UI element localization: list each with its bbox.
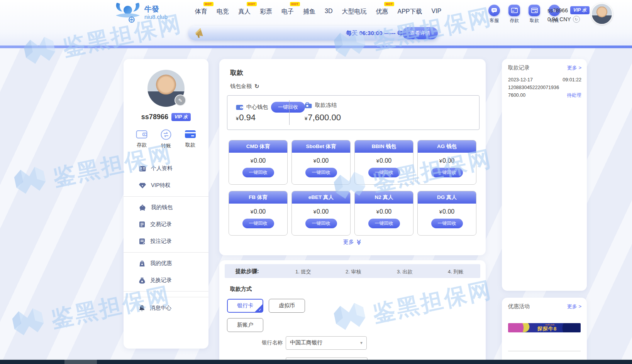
- wallet-outline-icon: [136, 129, 147, 139]
- avatar[interactable]: [591, 3, 613, 25]
- nav-item-promo[interactable]: HOT 优惠: [376, 8, 388, 16]
- logo-title: 牛發: [144, 5, 168, 13]
- nav-item-arcade[interactable]: 大型电玩: [342, 8, 366, 16]
- wallet-icon: [236, 104, 243, 110]
- promotions-card: 优惠活动 更多 > niu8.club 探探牛8: [502, 298, 587, 360]
- top-header: 牛發 niu8.club HOT 体育 电竞 HOT 真人 彩票 HOT 电子 …: [0, 0, 632, 46]
- sidebar-item-vip-privileges[interactable]: VIP特权: [124, 177, 208, 194]
- chat-icon: [488, 5, 500, 16]
- customer-service-button[interactable]: 客服: [486, 5, 502, 24]
- currency-symbol: ¥: [236, 116, 239, 121]
- sidebar-item-message-center[interactable]: 消息中心: [124, 300, 208, 317]
- promo-banner-title: 探探牛8: [537, 325, 557, 332]
- bank-name-select[interactable]: 中国工商银行 ▾: [286, 336, 367, 350]
- currency-symbol: ¥: [305, 116, 307, 121]
- nav-item-3d[interactable]: 3D: [325, 8, 332, 16]
- method-bank-card[interactable]: 银行卡 ✓: [227, 299, 263, 313]
- document-icon: [139, 221, 145, 228]
- announcement-bar: 每天 06:30:00 ------ 每天 07:30:00 查看详情: [188, 26, 439, 40]
- nav-item-vip[interactable]: VIP: [431, 8, 441, 16]
- balance-refresh-icon[interactable]: ↻: [573, 16, 580, 23]
- recycle-button[interactable]: 一键回收: [368, 168, 400, 177]
- nav-item-slots[interactable]: HOT 电子: [281, 8, 294, 16]
- sidebar-withdraw-button[interactable]: 取款: [185, 129, 196, 149]
- recycle-all-button[interactable]: 一键回收: [271, 102, 305, 113]
- expand-more-icon: ≫: [356, 239, 362, 245]
- step-review: 2. 审核: [346, 268, 361, 275]
- nav-item-sports[interactable]: HOT 体育: [195, 8, 207, 16]
- taskbar-segment: [64, 360, 97, 364]
- divider: [508, 351, 581, 351]
- edit-avatar-icon[interactable]: ✎: [175, 94, 186, 106]
- method-new-account[interactable]: 新账户: [227, 318, 263, 332]
- sidebar-transfer-button[interactable]: 转账: [161, 129, 171, 149]
- withdraw-button[interactable]: 取款: [527, 5, 542, 24]
- recycle-button[interactable]: 一键回收: [305, 168, 337, 177]
- deposit-button[interactable]: 存款: [507, 5, 522, 24]
- withdraw-card-icon: [529, 5, 540, 16]
- promo-banner[interactable]: niu8.club 探探牛8: [508, 323, 581, 332]
- caret-down-icon: ▾: [360, 340, 363, 345]
- hot-badge: HOT: [384, 2, 394, 6]
- wallet-card-n2: N2 真人 ¥0.00 一键回收: [354, 191, 413, 236]
- expand-more-wallets[interactable]: 更多 ≫: [219, 239, 486, 246]
- status-badge: 待处理: [567, 91, 582, 99]
- sidebar-deposit-button[interactable]: 存款: [136, 129, 147, 149]
- records-more-link[interactable]: 更多 >: [567, 64, 581, 71]
- recycle-button[interactable]: 一键回收: [305, 219, 337, 228]
- promotions-title: 优惠活动: [508, 303, 530, 310]
- recycle-button[interactable]: 一键回收: [368, 219, 400, 228]
- recycle-button[interactable]: 一键回收: [431, 168, 463, 177]
- bottom-taskbar: [0, 360, 632, 364]
- sidebar-item-transaction-records[interactable]: 交易记录: [124, 216, 208, 233]
- megaphone-icon: [195, 28, 204, 38]
- wallet-card-bbin: BBIN 钱包 ¥0.00 一键回收: [354, 140, 413, 185]
- gift-bag-icon: [139, 260, 145, 267]
- withdraw-method-label: 取款方式: [230, 286, 252, 293]
- divider: [124, 196, 208, 197]
- record-time: 09:01:22: [563, 76, 581, 84]
- page-title: 取款: [230, 68, 243, 77]
- wallet-card-fb: FB 体育 ¥0.00 一键回收: [229, 191, 288, 236]
- nav-item-esports[interactable]: 电竞: [217, 8, 229, 16]
- username: ss78966: [141, 113, 168, 121]
- bull-logo-icon: [114, 2, 141, 24]
- nav-item-live[interactable]: HOT 真人: [238, 8, 251, 16]
- sidebar-item-my-wallet[interactable]: 我的钱包: [124, 199, 208, 216]
- recycle-button[interactable]: 一键回收: [431, 219, 463, 228]
- recycle-button[interactable]: 一键回收: [242, 168, 274, 177]
- piggy-bank-icon: [139, 205, 146, 211]
- username: ss78966: [547, 7, 568, 13]
- hot-badge: HOT: [203, 2, 213, 6]
- recycle-button[interactable]: 一键回收: [242, 219, 274, 228]
- wallet-card-ag: AG 钱包 ¥0.00 一键回收: [417, 140, 476, 185]
- bell-icon: [139, 305, 145, 312]
- withdraw-card-icon: [185, 129, 196, 139]
- main-nav: HOT 体育 电竞 HOT 真人 彩票 HOT 电子 捕鱼 3D 大型电玩 HO…: [195, 8, 441, 16]
- nav-item-fishing[interactable]: 捕鱼: [303, 8, 315, 16]
- sidebar-menu: 个人资料 VIP特权 我的钱包 交易记录 投注记录 我的优惠 兑换记录: [124, 160, 208, 317]
- refresh-icon[interactable]: ↻: [254, 83, 259, 90]
- nav-item-lottery[interactable]: 彩票: [260, 8, 272, 16]
- sidebar-item-redeem-records[interactable]: 兑换记录: [124, 272, 208, 289]
- bank-name-label: 银行名称: [259, 339, 283, 346]
- document-pen-icon: [139, 238, 145, 244]
- profile-sidebar: ✎ ss78966 VIP 水 存款 转账 取款: [124, 59, 208, 349]
- center-wallet-label: 中心钱包: [246, 104, 268, 111]
- brand-logo[interactable]: 牛發 niu8.club: [114, 2, 168, 24]
- wallet-card-dg: DG 真人 ¥0.00 一键回收: [417, 191, 476, 236]
- divider: [289, 100, 290, 125]
- method-crypto[interactable]: 虚拟币: [269, 299, 305, 313]
- promotions-more-link[interactable]: 更多 >: [567, 303, 581, 310]
- diamond-icon: [139, 183, 146, 189]
- nav-item-app-download[interactable]: APP下载: [397, 8, 422, 16]
- view-details-button[interactable]: 查看详情: [402, 27, 438, 39]
- hot-badge: HOT: [247, 2, 257, 6]
- id-card-icon: [139, 166, 146, 172]
- transfer-circle-icon: [161, 129, 171, 140]
- sidebar-item-my-promotions[interactable]: 我的优惠: [124, 255, 208, 272]
- sidebar-item-profile[interactable]: 个人资料: [124, 160, 208, 177]
- divider: [124, 297, 208, 297]
- sidebar-item-bet-records[interactable]: 投注记录: [124, 233, 208, 250]
- hot-badge: HOT: [290, 2, 300, 6]
